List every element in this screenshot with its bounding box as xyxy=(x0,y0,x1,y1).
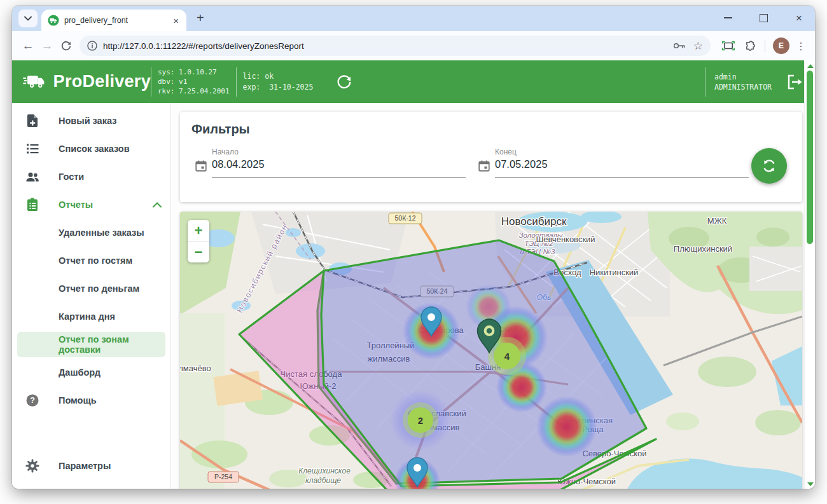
sidebar-item-reports[interactable]: Отчеты xyxy=(12,191,170,219)
scrollbar-down-arrow-icon[interactable] xyxy=(807,482,814,486)
svg-text:МЖК: МЖК xyxy=(707,216,727,226)
extensions-puzzle-icon[interactable] xyxy=(744,40,756,52)
sync-icon xyxy=(761,158,777,174)
sidebar-item-label: Отчеты xyxy=(59,200,93,210)
browser-window: pro_delivery_front × + × ← → http://127.… xyxy=(12,6,815,489)
license-status: lic: ok xyxy=(243,72,274,81)
page-scrollbar[interactable] xyxy=(804,60,815,489)
license-info: lic: okexp: 31-10-2025 xyxy=(243,71,314,93)
new-tab-button[interactable]: + xyxy=(193,10,208,26)
sidebar: Новый заказ Список заказов Гости xyxy=(12,103,171,489)
refresh-icon xyxy=(336,74,352,90)
svg-text:Никитинский: Никитинский xyxy=(590,268,639,277)
sidebar-item-new-order[interactable]: Новый заказ xyxy=(12,107,170,135)
sidebar-item-help[interactable]: ? Помощь xyxy=(12,386,170,414)
toolbar-separator xyxy=(765,39,765,52)
calendar-icon xyxy=(194,159,208,173)
svg-text:кладбище: кладбище xyxy=(305,476,341,485)
sidebar-subitem-guests-report[interactable]: Отчет по гостям xyxy=(12,247,170,275)
filters-title: Фильтры xyxy=(191,122,250,137)
system-info: sys: 1.0.10.27dbv: v1rkv: 7.25.04.2001 xyxy=(158,67,230,96)
tab-search-button[interactable] xyxy=(18,10,38,27)
gear-icon xyxy=(25,458,40,473)
minimize-icon xyxy=(724,17,732,18)
sidebar-item-order-list[interactable]: Список заказов xyxy=(12,135,170,163)
chevron-up-icon xyxy=(153,202,162,208)
site-info-icon[interactable] xyxy=(87,41,97,51)
header-divider2 xyxy=(236,67,237,97)
header-refresh-button[interactable] xyxy=(336,74,352,90)
tab-close-icon[interactable]: × xyxy=(170,15,181,27)
map-zoom-in-button[interactable]: + xyxy=(188,220,209,241)
header-user-block: adminADMINISTRATOR xyxy=(705,60,803,103)
calendar-icon xyxy=(477,159,491,173)
svg-text:2: 2 xyxy=(418,415,423,426)
sidebar-subitem-deleted-orders[interactable]: Удаленные заказы xyxy=(12,219,170,247)
logout-button[interactable] xyxy=(786,74,803,90)
svg-text:50К-12: 50К-12 xyxy=(395,214,416,222)
browser-tab[interactable]: pro_delivery_front × xyxy=(41,10,186,31)
window-close-button[interactable]: × xyxy=(792,11,806,25)
svg-text:Шевченковский: Шевченковский xyxy=(536,235,595,244)
map-canvas[interactable]: Затон Золоотвалы ТЭЦ №2 и ТЭЦ №3 Новосиб… xyxy=(180,212,802,489)
forward-button[interactable]: → xyxy=(38,36,57,55)
bookmark-star-icon[interactable]: ☆ xyxy=(693,39,703,53)
sidebar-item-label: Новый заказ xyxy=(59,116,116,126)
window-minimize-button[interactable] xyxy=(721,11,735,25)
marker-cluster-2[interactable]: 2 xyxy=(403,402,438,438)
sidebar-subitem-money-report[interactable]: Отчет по деньгам xyxy=(12,275,170,303)
password-key-icon[interactable] xyxy=(673,41,686,50)
list-icon xyxy=(25,141,40,156)
svg-text:Клещихинское: Клещихинское xyxy=(298,467,351,475)
browser-toolbar: ← → http://127.0.0.1:11222/#/reports/del… xyxy=(12,31,815,60)
svg-text:Новосибирск: Новосибирск xyxy=(501,215,567,228)
start-date-field[interactable]: Начало 08.04.2025 xyxy=(194,147,466,183)
subitem-label: Отчет по зонам доставки xyxy=(59,334,165,355)
window-controls: × xyxy=(721,11,806,25)
sidebar-subitem-dashboard[interactable]: Дашборд xyxy=(12,358,170,386)
favicon-prodelivery-icon xyxy=(48,15,59,26)
end-date-value[interactable]: 07.05.2025 xyxy=(495,158,548,170)
app-header: ProDelivery sys: 1.0.10.27dbv: v1rkv: 7.… xyxy=(12,60,815,103)
profile-avatar[interactable]: E xyxy=(773,37,789,54)
back-button[interactable]: ← xyxy=(18,36,38,55)
app-area: ProDelivery sys: 1.0.10.27dbv: v1rkv: 7.… xyxy=(12,60,815,489)
url-text[interactable]: http://127.0.0.1:11222/#/reports/deliver… xyxy=(103,41,665,51)
sidebar-item-label: Параметры xyxy=(59,461,111,471)
user-role: ADMINISTRATOR xyxy=(714,83,772,92)
reload-icon xyxy=(60,40,72,52)
help-icon: ? xyxy=(25,393,40,408)
start-date-value[interactable]: 08.04.2025 xyxy=(212,158,265,170)
window-maximize-button[interactable] xyxy=(756,11,770,25)
input-underline xyxy=(212,177,466,178)
end-date-field[interactable]: Конец 07.05.2025 xyxy=(477,147,749,183)
logout-icon xyxy=(786,74,803,90)
main-content: Фильтры Начало 08.04.2025 xyxy=(171,103,811,489)
people-icon xyxy=(25,169,40,184)
apply-filters-refresh-button[interactable] xyxy=(751,148,787,184)
filters-card: Фильтры Начало 08.04.2025 xyxy=(180,112,802,202)
subitem-label: Отчет по деньгам xyxy=(59,283,139,294)
sidebar-item-settings[interactable]: Параметры xyxy=(12,452,170,480)
rkv-version: rkv: 7.25.04.2001 xyxy=(158,87,230,95)
subitem-label: Удаленные заказы xyxy=(59,228,144,238)
tab-strip: pro_delivery_front × + × xyxy=(12,6,815,31)
scrollbar-thumb[interactable] xyxy=(807,71,813,244)
sidebar-subitem-delivery-zones-report[interactable]: Отчет по зонам доставки xyxy=(17,332,165,357)
url-bar[interactable]: http://127.0.0.1:11222/#/reports/deliver… xyxy=(80,36,711,56)
delivery-zones-map[interactable]: Затон Золоотвалы ТЭЦ №2 и ТЭЦ №3 Новосиб… xyxy=(180,212,802,489)
maximize-icon xyxy=(760,14,768,22)
browser-menu-icon[interactable]: ⋮ xyxy=(796,40,806,52)
subitem-label: Отчет по гостям xyxy=(59,255,132,266)
scrollbar-up-arrow-icon[interactable] xyxy=(807,64,814,68)
app-brand: ProDelivery xyxy=(12,72,151,92)
sidebar-item-guests[interactable]: Гости xyxy=(12,163,170,191)
subitem-label: Дашборд xyxy=(59,367,101,378)
reload-button[interactable] xyxy=(57,36,76,55)
tab-capture-icon[interactable] xyxy=(721,40,735,51)
map-zoom-out-button[interactable]: − xyxy=(188,242,209,262)
sidebar-subitem-day-picture[interactable]: Картина дня xyxy=(12,303,170,330)
delivery-truck-icon xyxy=(23,72,48,92)
header-divider xyxy=(151,67,151,97)
sidebar-item-label: Помощь xyxy=(59,395,97,405)
